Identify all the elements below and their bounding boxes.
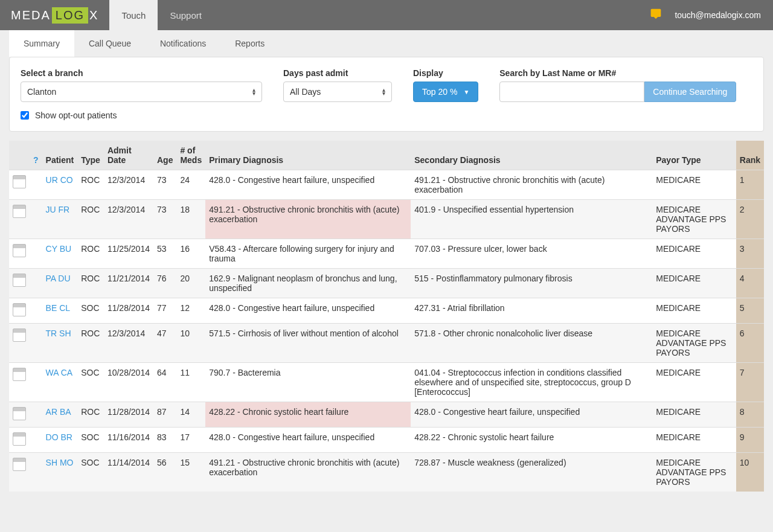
patient-cell[interactable]: DO BR [42, 428, 78, 453]
meds-cell: 15 [176, 453, 205, 492]
table-row: PA DUROC11/21/20147620162.9 - Malignant … [9, 269, 764, 298]
patient-cell[interactable]: UR CO [42, 170, 78, 200]
primary-cell: 491.21 - Obstructive chronic bronchitis … [205, 453, 411, 492]
admit-cell: 11/25/2014 [104, 239, 153, 269]
tab-summary[interactable]: Summary [9, 30, 74, 57]
admit-cell: 11/21/2014 [104, 269, 153, 298]
q-cell [30, 239, 42, 269]
tab-notifications[interactable]: Notifications [146, 30, 220, 57]
col-rank[interactable]: Rank [736, 141, 764, 170]
rank-cell: 6 [736, 324, 764, 363]
col-meds[interactable]: # of Meds [176, 141, 205, 170]
col-age[interactable]: Age [153, 141, 176, 170]
admit-cell: 12/3/2014 [104, 200, 153, 239]
cal-cell[interactable] [9, 298, 30, 324]
type-cell: ROC [77, 324, 104, 363]
cal-cell[interactable] [9, 402, 30, 428]
table-row: JU FRROC12/3/20147318491.21 - Obstructiv… [9, 200, 764, 239]
col-type[interactable]: Type [77, 141, 104, 170]
rank-cell: 2 [736, 200, 764, 239]
table-row: CY BUROC11/25/20145316V58.43 - Aftercare… [9, 239, 764, 269]
chat-icon[interactable] [649, 8, 662, 23]
brand-logo: MEDALOGX [0, 0, 109, 30]
col-payor[interactable]: Payor Type [652, 141, 736, 170]
col-q[interactable]: ? [30, 141, 42, 170]
patient-cell[interactable]: BE CL [42, 298, 78, 324]
display-button[interactable]: Top 20 % ▼ [413, 82, 478, 102]
col-admit[interactable]: Admit Date [104, 141, 153, 170]
patient-cell[interactable]: PA DU [42, 269, 78, 298]
type-cell: ROC [77, 239, 104, 269]
rank-cell: 7 [736, 363, 764, 402]
branch-select[interactable]: Clanton ▴▾ [21, 82, 262, 102]
secondary-cell: 571.8 - Other chronic nonalcoholic liver… [411, 324, 652, 363]
table-row: TR SHROC12/3/20144710571.5 - Cirrhosis o… [9, 324, 764, 363]
rank-cell: 3 [736, 239, 764, 269]
cal-cell[interactable] [9, 200, 30, 239]
admit-cell: 11/14/2014 [104, 453, 153, 492]
opt-out-checkbox[interactable] [21, 111, 29, 120]
secondary-cell: 428.22 - Chronic systolic heart failure [411, 428, 652, 453]
cal-cell[interactable] [9, 269, 30, 298]
cal-cell[interactable] [9, 428, 30, 453]
brand-mid: LOG [52, 7, 88, 24]
secondary-cell: 428.0 - Congestive heart failure, unspec… [411, 402, 652, 428]
table-row: SH MOSOC11/14/20145615491.21 - Obstructi… [9, 453, 764, 492]
updown-icon: ▴▾ [382, 88, 385, 95]
meds-cell: 24 [176, 170, 205, 200]
table-row: UR COROC12/3/20147324428.0 - Congestive … [9, 170, 764, 200]
col-patient[interactable]: Patient [42, 141, 78, 170]
admit-cell: 11/16/2014 [104, 428, 153, 453]
nav-touch[interactable]: Touch [109, 0, 158, 30]
chevron-down-icon: ▼ [463, 89, 469, 95]
primary-cell: 428.0 - Congestive heart failure, unspec… [205, 170, 411, 200]
days-select[interactable]: All Days ▴▾ [283, 82, 392, 102]
table-row: BE CLSOC11/28/20147712428.0 - Congestive… [9, 298, 764, 324]
meds-cell: 10 [176, 324, 205, 363]
age-cell: 77 [153, 298, 176, 324]
type-cell: SOC [77, 363, 104, 402]
col-primary[interactable]: Primary Diagnosis [205, 141, 411, 170]
tab-call-queue[interactable]: Call Queue [74, 30, 146, 57]
rank-cell: 8 [736, 402, 764, 428]
tab-reports[interactable]: Reports [220, 30, 279, 57]
cal-cell[interactable] [9, 170, 30, 200]
search-input[interactable] [499, 82, 644, 102]
secondary-cell: 427.31 - Atrial fibrillation [411, 298, 652, 324]
meds-cell: 11 [176, 363, 205, 402]
topbar: MEDALOGX Touch Support touch@medalogix.c… [0, 0, 773, 30]
payor-cell: MEDICARE ADVANTAGE PPS PAYORS [652, 324, 736, 363]
patient-cell[interactable]: JU FR [42, 200, 78, 239]
rank-cell: 4 [736, 269, 764, 298]
cal-cell[interactable] [9, 363, 30, 402]
primary-cell: 790.7 - Bacteremia [205, 363, 411, 402]
table-row: AR BAROC11/28/20148714428.22 - Chronic s… [9, 402, 764, 428]
secondary-cell: 515 - Postinflammatory pulmonary fibrosi… [411, 269, 652, 298]
patient-cell[interactable]: AR BA [42, 402, 78, 428]
secondary-cell: 707.03 - Pressure ulcer, lower back [411, 239, 652, 269]
search-label: Search by Last Name or MR# [499, 68, 736, 78]
contact-email[interactable]: touch@medalogix.com [675, 10, 761, 20]
patient-cell[interactable]: SH MO [42, 453, 78, 492]
tabs: Summary Call Queue Notifications Reports [0, 30, 773, 57]
cal-cell[interactable] [9, 453, 30, 492]
q-cell [30, 170, 42, 200]
type-cell: ROC [77, 269, 104, 298]
continue-searching-button[interactable]: Continue Searching [644, 82, 736, 102]
payor-cell: MEDICARE [652, 269, 736, 298]
cal-cell[interactable] [9, 239, 30, 269]
col-secondary[interactable]: Secondary Diagnosis [411, 141, 652, 170]
meds-cell: 20 [176, 269, 205, 298]
cal-cell[interactable] [9, 324, 30, 363]
updown-icon: ▴▾ [252, 88, 255, 95]
secondary-cell: 401.9 - Unspecified essential hypertensi… [411, 200, 652, 239]
nav-support[interactable]: Support [158, 0, 214, 30]
age-cell: 87 [153, 402, 176, 428]
primary-cell: 162.9 - Malignant neoplasm of bronchus a… [205, 269, 411, 298]
patient-cell[interactable]: CY BU [42, 239, 78, 269]
patient-cell[interactable]: WA CA [42, 363, 78, 402]
display-label: Display [413, 68, 478, 78]
patient-cell[interactable]: TR SH [42, 324, 78, 363]
table-row: DO BRSOC11/16/20148317428.0 - Congestive… [9, 428, 764, 453]
display-value: Top 20 % [422, 87, 457, 97]
